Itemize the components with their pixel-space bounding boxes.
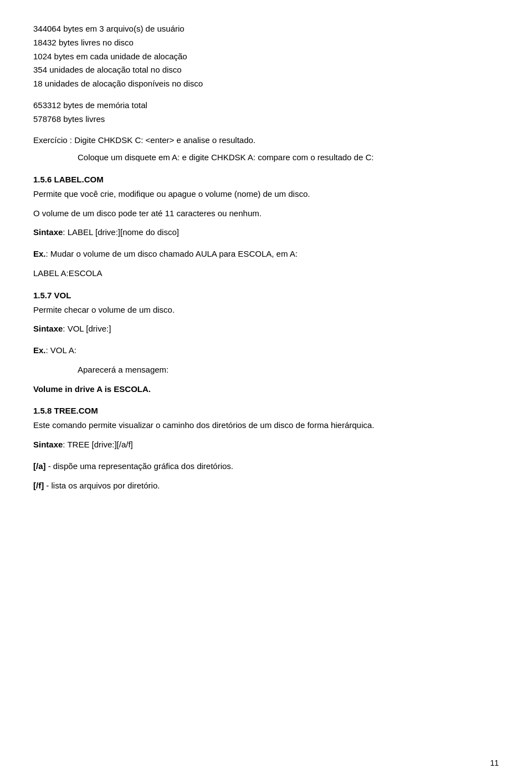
disk-line-2: 18432 bytes livres no disco bbox=[33, 36, 499, 50]
sintaxe-156-label: Sintaxe bbox=[33, 227, 63, 237]
disk-info-block: 344064 bytes em 3 arquivo(s) de usuário … bbox=[33, 22, 499, 91]
ex-156-value: : Mudar o volume de um disco chamado AUL… bbox=[46, 249, 298, 258]
section-158-heading: 1.5.8 TREE.COM bbox=[33, 406, 499, 415]
option-a-line: [/a] - dispõe uma representação gráfica … bbox=[33, 460, 499, 474]
section-157: 1.5.7 VOL Permite checar o volume de um … bbox=[33, 291, 499, 396]
section-156-heading: 1.5.6 LABEL.COM bbox=[33, 175, 499, 184]
page-number: 11 bbox=[490, 758, 499, 767]
disk-line-5: 18 unidades de alocação disponíveis no d… bbox=[33, 77, 499, 91]
page-container: 344064 bytes em 3 arquivo(s) de usuário … bbox=[0, 0, 532, 784]
aparecera-text: Aparecerá a mensagem: bbox=[33, 363, 499, 377]
option-f-text: - lista os arquivos por diretório. bbox=[44, 481, 160, 490]
section-156-p2: O volume de um disco pode ter até 11 car… bbox=[33, 207, 499, 221]
memory-info-block: 653312 bytes de memória total 578768 byt… bbox=[33, 99, 499, 126]
ex-157-value: : VOL A: bbox=[46, 345, 76, 355]
section-158-p1: Este comando permite visualizar o caminh… bbox=[33, 419, 499, 432]
section-158: 1.5.8 TREE.COM Este comando permite visu… bbox=[33, 406, 499, 492]
sintaxe-157-line: Sintaxe: VOL [drive:] bbox=[33, 322, 499, 336]
sintaxe-158-value: : TREE [drive:][/a/f] bbox=[63, 440, 132, 449]
disk-line-4: 354 unidades de alocação total no disco bbox=[33, 63, 499, 77]
option-f-bracket: [/f] bbox=[33, 481, 44, 490]
sintaxe-156-line: Sintaxe: LABEL [drive:][nome do disco] bbox=[33, 226, 499, 240]
label-example-line: LABEL A:ESCOLA bbox=[33, 267, 499, 281]
section-157-heading: 1.5.7 VOL bbox=[33, 291, 499, 300]
sintaxe-158-label: Sintaxe bbox=[33, 440, 63, 449]
section-156-p1: Permite que você crie, modifique ou apag… bbox=[33, 187, 499, 201]
sintaxe-157-value: : VOL [drive:] bbox=[63, 324, 111, 333]
volume-msg-line: Volume in drive A is ESCOLA. bbox=[33, 383, 499, 396]
volume-msg-text: Volume in drive A is ESCOLA. bbox=[33, 384, 151, 394]
ex-156-label: Ex. bbox=[33, 249, 46, 258]
ex-157-label: Ex. bbox=[33, 345, 46, 355]
sintaxe-156-value: : LABEL [drive:][nome do disco] bbox=[63, 227, 179, 237]
section-157-p1: Permite checar o volume de um disco. bbox=[33, 303, 499, 317]
memory-line-1: 653312 bytes de memória total bbox=[33, 99, 499, 113]
memory-line-2: 578768 bytes livres bbox=[33, 113, 499, 126]
exercise-block: Exercício : Digite CHKDSK C: <enter> e a… bbox=[33, 134, 499, 147]
option-a-bracket: [/a] bbox=[33, 461, 46, 471]
disk-line-3: 1024 bytes em cada unidade de alocação bbox=[33, 50, 499, 64]
coloque-text: Coloque um disquete em A: e digite CHKDS… bbox=[33, 151, 499, 165]
option-f-line: [/f] - lista os arquivos por diretório. bbox=[33, 479, 499, 493]
exercise-text: Exercício : Digite CHKDSK C: <enter> e a… bbox=[33, 134, 499, 147]
ex-156-line: Ex.: Mudar o volume de um disco chamado … bbox=[33, 247, 499, 261]
coloque-block: Coloque um disquete em A: e digite CHKDS… bbox=[33, 151, 499, 165]
aparecera-line: Aparecerá a mensagem: bbox=[33, 363, 499, 377]
section-156: 1.5.6 LABEL.COM Permite que você crie, m… bbox=[33, 175, 499, 281]
disk-line-1: 344064 bytes em 3 arquivo(s) de usuário bbox=[33, 22, 499, 36]
ex-157-line: Ex.: VOL A: bbox=[33, 344, 499, 358]
sintaxe-157-label: Sintaxe bbox=[33, 324, 63, 333]
option-a-text: - dispõe uma representação gráfica dos d… bbox=[46, 461, 234, 471]
sintaxe-158-line: Sintaxe: TREE [drive:][/a/f] bbox=[33, 438, 499, 452]
label-example-text: LABEL A:ESCOLA bbox=[33, 267, 499, 281]
